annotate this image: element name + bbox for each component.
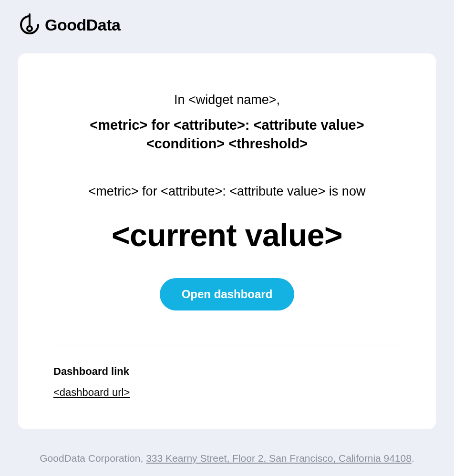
footer-company: GoodData Corporation, bbox=[40, 453, 146, 464]
dashboard-link-heading: Dashboard link bbox=[53, 365, 401, 378]
brand-name: GoodData bbox=[45, 16, 120, 34]
dashboard-link-url[interactable]: <dashboard url> bbox=[53, 386, 130, 398]
footer: GoodData Corporation, 333 Kearny Street,… bbox=[18, 450, 436, 476]
alert-current-value: <current value> bbox=[53, 217, 401, 253]
alert-status-line: <metric> for <attribute>: <attribute val… bbox=[53, 184, 401, 199]
alert-card: In <widget name>, <metric> for <attribut… bbox=[18, 53, 436, 429]
alert-intro: In <widget name>, bbox=[53, 93, 401, 107]
brand-header: GoodData bbox=[18, 13, 436, 36]
open-dashboard-button[interactable]: Open dashboard bbox=[160, 278, 295, 310]
alert-headline: <metric> for <attribute>: <attribute val… bbox=[53, 116, 401, 153]
gooddata-logo-icon bbox=[18, 13, 41, 36]
footer-period: . bbox=[412, 453, 414, 464]
svg-point-1 bbox=[27, 26, 32, 31]
divider bbox=[53, 345, 401, 345]
footer-address-link[interactable]: 333 Kearny Street, Floor 2, San Francisc… bbox=[146, 453, 412, 464]
